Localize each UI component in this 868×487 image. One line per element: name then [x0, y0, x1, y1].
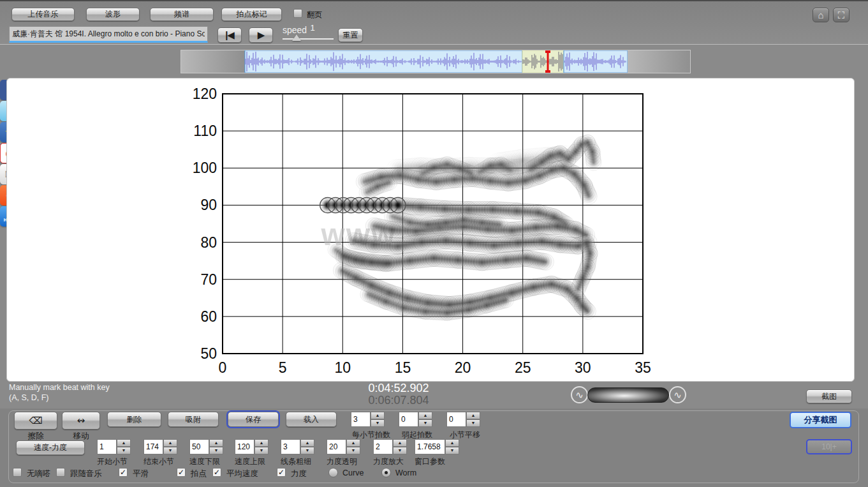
dynamics-checkbox[interactable]: ✓ — [277, 468, 286, 477]
spin-down-icon[interactable]: ▼ — [300, 447, 314, 454]
spin-down-icon[interactable]: ▼ — [163, 447, 177, 454]
window-param-input[interactable] — [415, 439, 445, 454]
wave-max-icon[interactable]: ∿ — [669, 386, 686, 403]
beats-per-bar-input[interactable] — [351, 412, 371, 427]
speed-slider-thumb[interactable] — [292, 34, 301, 41]
no-click-checkbox[interactable] — [13, 468, 22, 477]
window-param-label: 窗口参数 — [415, 456, 445, 467]
line-width-label: 线条粗细 — [281, 456, 311, 467]
status-hint-line1: Manually mark beat with key — [9, 382, 110, 393]
end-bar-spinner[interactable]: ▲▼ — [143, 439, 177, 454]
waveform-button[interactable]: 波形 — [86, 8, 140, 21]
curve-radio[interactable] — [328, 468, 338, 477]
svg-text:15: 15 — [395, 359, 411, 376]
fullscreen-button[interactable]: ⛶ — [833, 8, 850, 22]
spin-down-icon[interactable]: ▼ — [117, 447, 131, 454]
dyn-zoom-input[interactable] — [373, 439, 393, 454]
upload-music-button[interactable]: 上传音乐 — [11, 8, 75, 21]
start-bar-spinner[interactable]: ▲▼ — [97, 439, 131, 454]
status-hint-line2: (A, S, D, F) — [9, 393, 110, 403]
svg-text:60: 60 — [200, 308, 217, 325]
svg-text:90: 90 — [200, 197, 217, 213]
spin-up-icon[interactable]: ▲ — [300, 439, 314, 447]
load-button[interactable]: 载入 — [286, 412, 337, 427]
spin-up-icon[interactable]: ▲ — [371, 412, 385, 419]
beat-points-checkbox[interactable]: ✓ — [177, 468, 186, 477]
waveform-overview[interactable] — [180, 50, 691, 73]
spin-down-icon[interactable]: ▼ — [466, 419, 480, 427]
svg-text:120: 120 — [193, 86, 217, 102]
spin-down-icon[interactable]: ▼ — [393, 447, 407, 454]
svg-text:100: 100 — [193, 160, 217, 176]
spin-up-icon[interactable]: ▲ — [418, 412, 432, 419]
snap-button[interactable]: 吸附 — [168, 412, 219, 427]
song-title-field[interactable] — [9, 26, 208, 43]
bar-shift-input[interactable] — [446, 412, 466, 427]
bar-shift-spinner[interactable]: ▲▼ — [446, 412, 480, 427]
svg-text:20: 20 — [455, 359, 471, 376]
spin-up-icon[interactable]: ▲ — [117, 439, 131, 447]
dyn-transparency-spinner[interactable]: ▲▼ — [327, 439, 360, 454]
waveform-overview-svg[interactable] — [181, 50, 690, 73]
spin-down-icon[interactable]: ▼ — [445, 447, 459, 454]
tempo-dynamics-mode-button[interactable]: 速度-力度 — [16, 440, 85, 455]
check-icon: ✓ — [178, 468, 184, 477]
speed-value: 1 — [300, 23, 325, 33]
smooth-label: 平滑 — [133, 468, 149, 479]
beats-per-bar-spinner[interactable]: ▲▼ — [351, 412, 385, 427]
move-tool-button[interactable]: ↭ — [62, 412, 100, 430]
spin-up-icon[interactable]: ▲ — [393, 439, 407, 447]
tempo-max-input[interactable] — [235, 439, 254, 454]
share-screenshot-button[interactable]: 分享截图 — [790, 412, 851, 428]
spin-up-icon[interactable]: ▲ — [466, 412, 480, 419]
screenshot-button[interactable]: 截图 — [806, 389, 852, 403]
tempo-min-spinner[interactable]: ▲▼ — [189, 439, 223, 454]
prev-button[interactable]: |◀ — [217, 27, 242, 43]
spin-down-icon[interactable]: ▼ — [418, 419, 432, 427]
beat-mark-button[interactable]: 拍点标记 — [221, 8, 282, 21]
pickup-beats-input[interactable] — [399, 412, 418, 427]
end-bar-input[interactable] — [143, 439, 163, 454]
spin-up-icon[interactable]: ▲ — [346, 439, 360, 447]
wave-glyph-left: ∿ — [575, 389, 584, 401]
line-width-input[interactable] — [281, 439, 300, 454]
tempo-min-input[interactable] — [189, 439, 209, 454]
check-icon: ✓ — [214, 468, 220, 477]
avg-tempo-checkbox[interactable]: ✓ — [212, 468, 221, 477]
start-bar-input[interactable] — [97, 439, 117, 454]
window-param-spinner[interactable]: ▲▼ — [415, 439, 459, 454]
speed-slider-track[interactable] — [283, 38, 334, 40]
spin-down-icon[interactable]: ▼ — [209, 447, 223, 454]
worm-chart[interactable]: www506070809010011012005101520253035 — [7, 79, 854, 381]
reset-button[interactable]: 重置 — [338, 28, 363, 42]
spin-down-icon[interactable]: ▼ — [254, 447, 268, 454]
play-icon: ▶ — [258, 29, 265, 41]
spin-down-icon[interactable]: ▼ — [371, 419, 385, 427]
dyn-zoom-spinner[interactable]: ▲▼ — [373, 439, 407, 454]
dyn-zoom-label: 力度放大 — [373, 456, 404, 467]
spectrum-button[interactable]: 频谱 — [150, 8, 214, 21]
spin-up-icon[interactable]: ▲ — [163, 439, 177, 447]
volume-slider[interactable] — [587, 387, 669, 403]
start-bar-label: 开始小节 — [97, 456, 128, 467]
save-button[interactable]: 保存 — [228, 412, 279, 427]
home-button[interactable]: ⌂ — [813, 8, 829, 22]
spin-down-icon[interactable]: ▼ — [346, 447, 360, 454]
follow-music-checkbox[interactable] — [56, 468, 65, 477]
dyn-transparency-input[interactable] — [327, 439, 346, 454]
erase-tool-button[interactable]: ⌫ — [14, 412, 57, 430]
dyn-transparency-label: 力度透明 — [327, 456, 357, 467]
spin-up-icon[interactable]: ▲ — [445, 439, 459, 447]
play-button[interactable]: ▶ — [249, 27, 273, 43]
spin-up-icon[interactable]: ▲ — [254, 439, 268, 447]
svg-text:10: 10 — [334, 359, 351, 376]
page-turn-checkbox[interactable] — [293, 9, 302, 18]
wave-min-icon[interactable]: ∿ — [571, 386, 588, 403]
tempo-max-spinner[interactable]: ▲▼ — [235, 439, 268, 454]
spin-up-icon[interactable]: ▲ — [209, 439, 223, 447]
line-width-spinner[interactable]: ▲▼ — [281, 439, 314, 454]
delete-button[interactable]: 删除 — [107, 412, 161, 427]
worm-radio[interactable] — [381, 468, 391, 477]
pickup-beats-spinner[interactable]: ▲▼ — [399, 412, 432, 427]
smooth-checkbox[interactable]: ✓ — [119, 468, 128, 477]
